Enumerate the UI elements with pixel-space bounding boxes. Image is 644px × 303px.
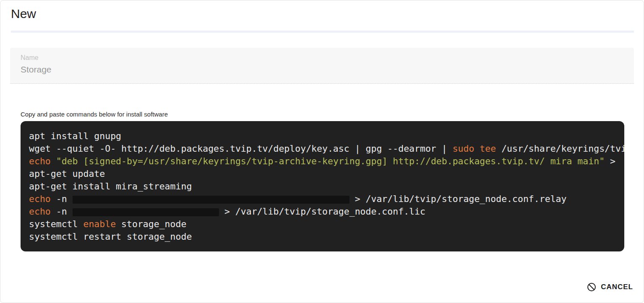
code-token-plain: -n [51,194,73,204]
name-field[interactable]: Name Storage [10,48,634,84]
code-token-plain: apt-get update [29,168,105,179]
code-token-string: "deb [signed-by=/usr/share/keyrings/tvip… [56,156,605,166]
code-token-keyword: echo [29,206,51,217]
title-divider [11,31,634,33]
redacted-secret [73,208,219,216]
code-token-plain: > [605,156,615,166]
name-field-label: Name [21,54,634,62]
code-token-plain [51,156,56,166]
block-icon [587,282,596,292]
code-token-plain: -n [51,206,73,217]
name-field-value: Storage [21,65,634,75]
code-token-plain: systemctl [29,219,83,229]
page-title: New [0,0,644,21]
code-token-keyword: enable [83,219,116,229]
code-token-plain: storage_node [116,219,186,229]
code-line: apt install gnupg [29,130,624,142]
code-line: systemctl enable storage_node [29,218,624,230]
code-line: apt-get install mira_streaming [29,180,624,193]
code-token-plain: wget --quiet -O- http://deb.packages.tvi… [29,143,453,154]
code-token-plain: > /var/lib/tvip/storage_node.conf.lic [224,206,425,217]
code-token-plain: /usr/share/keyrings/tvip-archive-keyring… [496,143,624,154]
code-line: echo -n > /var/lib/tvip/storage_node.con… [29,193,624,205]
dialog-footer: CANCEL [0,279,636,295]
code-token-keyword: sudo tee [453,143,496,154]
code-token-plain: systemctl restart storage_node [29,231,192,242]
new-dialog: New Name Storage Copy and paste commands… [0,0,644,303]
code-line: wget --quiet -O- http://deb.packages.tvi… [29,142,624,155]
install-section: Copy and paste commands below for instal… [0,111,644,251]
code-token-plain: apt-get install mira_streaming [29,181,192,192]
code-line: systemctl restart storage_node [29,230,624,243]
code-token-plain: > /var/lib/tvip/storage_node.conf.relay [355,194,567,204]
code-line: apt-get update [29,168,624,180]
redacted-secret [73,196,349,204]
code-token-keyword: echo [29,194,51,204]
code-token-keyword: echo [29,156,51,166]
code-line: echo -n > /var/lib/tvip/storage_node.con… [29,205,624,218]
code-line: echo "deb [signed-by=/usr/share/keyrings… [29,155,624,168]
cancel-button[interactable]: CANCEL [584,279,636,295]
cancel-button-label: CANCEL [601,283,633,291]
install-commands-code-block[interactable]: apt install gnupgwget --quiet -O- http:/… [21,121,624,251]
code-token-plain: apt install gnupg [29,131,121,141]
install-instruction: Copy and paste commands below for instal… [21,111,644,118]
